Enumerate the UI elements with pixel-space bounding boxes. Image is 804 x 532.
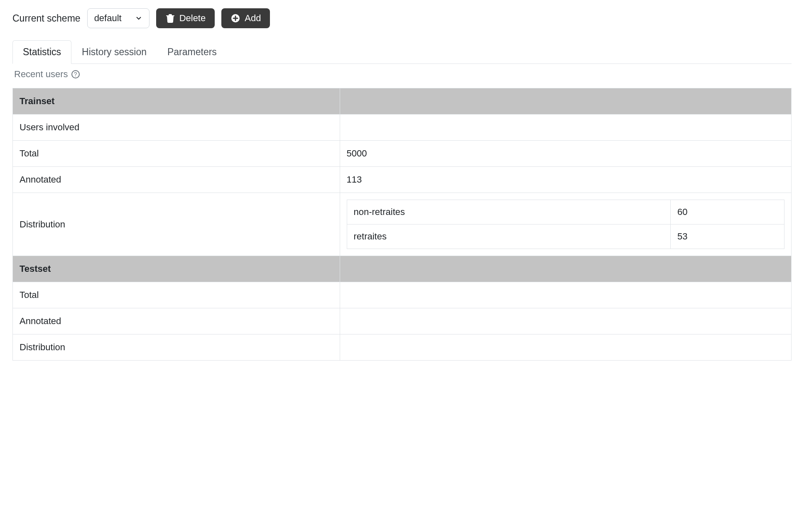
- tab-parameters[interactable]: Parameters: [157, 40, 227, 64]
- tabs: Statistics History session Parameters: [12, 40, 792, 64]
- testset-header-empty: [340, 256, 792, 282]
- distribution-label: non-retraites: [347, 200, 671, 225]
- distribution-row: retraites 53: [347, 225, 784, 249]
- table-row: Distribution non-retraites 60 retraites …: [13, 193, 792, 256]
- table-row: Annotated: [13, 308, 792, 334]
- testset-total-label: Total: [13, 282, 340, 308]
- current-scheme-label: Current scheme: [12, 13, 81, 24]
- trainset-distribution-label: Distribution: [13, 193, 340, 256]
- trash-icon: [165, 13, 175, 23]
- statistics-table: Trainset Users involved Total 5000 Annot…: [12, 88, 792, 361]
- tab-statistics[interactable]: Statistics: [12, 40, 71, 64]
- table-row: Users involved: [13, 115, 792, 141]
- add-button-label: Add: [245, 14, 261, 23]
- testset-annotated-label: Annotated: [13, 308, 340, 334]
- trainset-annotated-value: 113: [340, 167, 792, 193]
- table-header-row: Testset: [13, 256, 792, 282]
- users-involved-label: Users involved: [13, 115, 340, 141]
- recent-users-row: Recent users ?: [12, 64, 792, 88]
- testset-header: Testset: [13, 256, 340, 282]
- delete-button-label: Delete: [179, 14, 206, 23]
- plus-circle-icon: [230, 13, 240, 23]
- chevron-down-icon: [135, 15, 142, 22]
- delete-button[interactable]: Delete: [156, 8, 215, 28]
- add-button[interactable]: Add: [221, 8, 270, 28]
- distribution-count: 53: [671, 225, 784, 249]
- distribution-table: non-retraites 60 retraites 53: [347, 200, 785, 249]
- scheme-select[interactable]: default: [87, 8, 150, 28]
- users-involved-value: [340, 115, 792, 141]
- table-header-row: Trainset: [13, 88, 792, 115]
- testset-annotated-value: [340, 308, 792, 334]
- trainset-header: Trainset: [13, 88, 340, 115]
- distribution-row: non-retraites 60: [347, 200, 784, 225]
- distribution-label: retraites: [347, 225, 671, 249]
- trainset-distribution-cell: non-retraites 60 retraites 53: [340, 193, 792, 256]
- tab-history-session[interactable]: History session: [71, 40, 157, 64]
- distribution-count: 60: [671, 200, 784, 225]
- recent-users-label: Recent users: [14, 69, 68, 80]
- scheme-toolbar: Current scheme default Delete Add: [12, 8, 792, 28]
- table-row: Annotated 113: [13, 167, 792, 193]
- testset-distribution-value: [340, 334, 792, 361]
- scheme-selected-value: default: [94, 13, 122, 24]
- testset-distribution-label: Distribution: [13, 334, 340, 361]
- help-icon[interactable]: ?: [71, 70, 80, 78]
- table-row: Distribution: [13, 334, 792, 361]
- trainset-total-value: 5000: [340, 141, 792, 167]
- testset-total-value: [340, 282, 792, 308]
- table-row: Total 5000: [13, 141, 792, 167]
- trainset-header-empty: [340, 88, 792, 115]
- trainset-annotated-label: Annotated: [13, 167, 340, 193]
- table-row: Total: [13, 282, 792, 308]
- trainset-total-label: Total: [13, 141, 340, 167]
